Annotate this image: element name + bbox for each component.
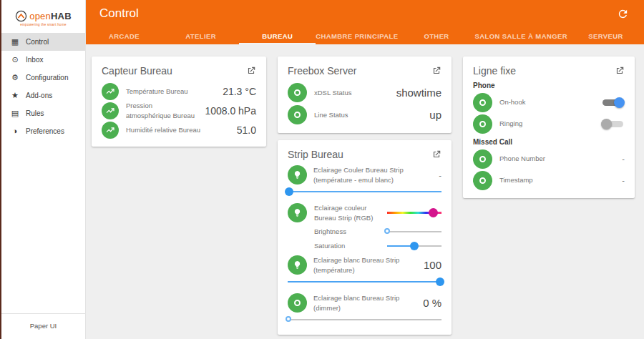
status-ring-icon (473, 171, 492, 190)
card-ligne-fixe: Ligne fixe Phone On-hook Ringing M (463, 56, 635, 198)
item-row-white-temp: Eclairage blanc Bureau Strip (températur… (288, 255, 441, 275)
tab-bureau[interactable]: BUREAU (239, 27, 316, 44)
item-value: 100 (424, 259, 441, 271)
item-row-rgb: Eclairage couleur Bureau Strip (RGB) (288, 203, 441, 222)
sidebar-nav: ▦ Control ⊙ Inbox ⚙ Configuration ★ Add-… (1, 33, 85, 139)
tab-serveur[interactable]: SERVEUR (567, 27, 644, 44)
sidebar-item-label: Preferences (26, 127, 64, 135)
openhab-logo-icon (15, 10, 27, 22)
item-value: 51.0 (237, 124, 256, 136)
content-area: Capteur Bureau Température Bureau 21.3 °… (86, 44, 644, 339)
item-value: 1008.0 hPa (205, 105, 256, 117)
sidebar-item-inbox[interactable]: ⊙ Inbox (1, 51, 85, 69)
item-row-ringing: Ringing (473, 113, 625, 134)
item-value: - (439, 171, 441, 180)
sidebar-item-label: Add-ons (26, 92, 52, 99)
refresh-button[interactable] (615, 6, 630, 21)
item-row-brightness: Brightness (288, 227, 441, 237)
on-hook-toggle[interactable] (601, 96, 625, 109)
openhab-logo: openHAB empowering the smart home (1, 0, 85, 30)
white-temp-slider[interactable] (288, 277, 441, 287)
open-in-new-icon[interactable] (615, 66, 625, 76)
card-title: Ligne fixe (473, 65, 516, 77)
rules-icon: ▤ (11, 109, 19, 118)
item-row-line-status: Line Status up (288, 104, 441, 126)
top-bar: Control ARCADE ATELIER BUREAU CHAMBRE PR… (86, 0, 644, 44)
page-title: Control (99, 6, 139, 21)
sidebar: openHAB empowering the smart home ▦ Cont… (1, 0, 86, 339)
lightbulb-icon (288, 255, 307, 275)
app-window: openHAB empowering the smart home ▦ Cont… (0, 0, 644, 339)
sidebar-item-label: Inbox (26, 56, 43, 64)
item-row-saturation: Saturation (288, 241, 441, 251)
item-row-dimmer: Eclairage blanc Bureau Strip (dimmer) 0 … (288, 293, 441, 313)
addons-icon: ★ (11, 91, 19, 100)
tab-salon-salle-a-manger[interactable]: SALON SALLE À MANGER (475, 27, 567, 44)
card-freebox-server: Freebox Server xDSL Status showtime Line… (278, 56, 452, 133)
lightbulb-icon (288, 165, 307, 185)
status-ring-icon (473, 114, 492, 134)
ringing-toggle[interactable] (601, 117, 625, 130)
trending-up-icon (102, 122, 119, 139)
status-ring-icon (473, 149, 492, 169)
sidebar-item-configuration[interactable]: ⚙ Configuration (1, 69, 85, 87)
open-in-new-icon[interactable] (431, 66, 441, 76)
sidebar-item-rules[interactable]: ▤ Rules (1, 104, 85, 122)
item-value: - (622, 154, 625, 163)
saturation-slider[interactable] (387, 241, 441, 251)
status-ring-icon (288, 83, 307, 102)
dashboard-icon: ▦ (11, 37, 19, 46)
lightbulb-icon (288, 203, 307, 222)
section-label-missed-call: Missed Call (473, 138, 625, 146)
item-row-phone-number: Phone Number - (473, 148, 625, 170)
open-in-new-icon[interactable] (431, 149, 441, 159)
preferences-icon: ◑ (11, 127, 19, 135)
sidebar-item-label: Control (26, 38, 49, 46)
logo-text: openHAB (29, 11, 72, 21)
tab-arcade[interactable]: ARCADE (86, 27, 162, 44)
tab-chambre-principale[interactable]: CHAMBRE PRINCIPALE (316, 27, 398, 44)
sidebar-item-label: Configuration (26, 74, 68, 82)
item-value: showtime (396, 87, 441, 99)
status-ring-icon (473, 93, 492, 112)
tab-other[interactable]: OTHER (398, 27, 474, 44)
room-tabs: ARCADE ATELIER BUREAU CHAMBRE PRINCIPALE… (86, 27, 644, 44)
item-value: 21.3 °C (223, 86, 256, 97)
item-row-humidite: Humidité relative Bureau 51.0 (102, 120, 256, 139)
item-row-white-emul: Eclairage Couler Bureau Strip (températu… (288, 165, 441, 185)
gear-icon: ⚙ (11, 73, 19, 82)
dimmer-slider[interactable] (288, 315, 441, 325)
logo-tagline: empowering the smart home (20, 23, 67, 26)
sidebar-item-control[interactable]: ▦ Control (1, 33, 85, 51)
item-value: up (429, 109, 441, 121)
card-capteur-bureau: Capteur Bureau Température Bureau 21.3 °… (92, 56, 266, 147)
card-title: Freebox Server (288, 65, 356, 77)
card-title: Strip Bureau (288, 149, 343, 160)
section-label-phone: Phone (473, 82, 625, 89)
item-row-timestamp: Timestamp - (473, 170, 625, 191)
rgb-color-slider[interactable] (387, 208, 441, 218)
main-area: Control ARCADE ATELIER BUREAU CHAMBRE PR… (86, 0, 644, 339)
status-ring-icon (288, 105, 307, 124)
item-row-temperature: Température Bureau 21.3 °C (102, 82, 256, 101)
trending-up-icon (102, 83, 119, 100)
card-title: Capteur Bureau (102, 65, 172, 77)
sidebar-item-preferences[interactable]: ◑ Preferences (1, 122, 85, 139)
inbox-icon: ⊙ (11, 55, 19, 64)
tab-atelier[interactable]: ATELIER (162, 27, 239, 44)
item-row-xdsl-status: xDSL Status showtime (288, 82, 441, 104)
dimmer-icon (288, 293, 307, 313)
paper-ui-footer: Paper UI (1, 313, 85, 339)
card-strip-bureau: Strip Bureau Eclairage Couler Bureau Str… (278, 140, 452, 335)
white-emul-slider[interactable] (288, 187, 441, 197)
brightness-slider[interactable] (387, 227, 441, 237)
sidebar-item-label: Rules (26, 109, 44, 117)
refresh-icon (617, 8, 629, 20)
item-row-pression: Pression atmosphérique Bureau 1008.0 hPa (102, 101, 256, 120)
trending-up-icon (102, 102, 119, 119)
open-in-new-icon[interactable] (246, 66, 256, 76)
item-value: 0 % (423, 297, 441, 309)
item-row-on-hook: On-hook (473, 92, 625, 113)
item-value: - (622, 176, 625, 185)
sidebar-item-addons[interactable]: ★ Add-ons (1, 87, 85, 104)
